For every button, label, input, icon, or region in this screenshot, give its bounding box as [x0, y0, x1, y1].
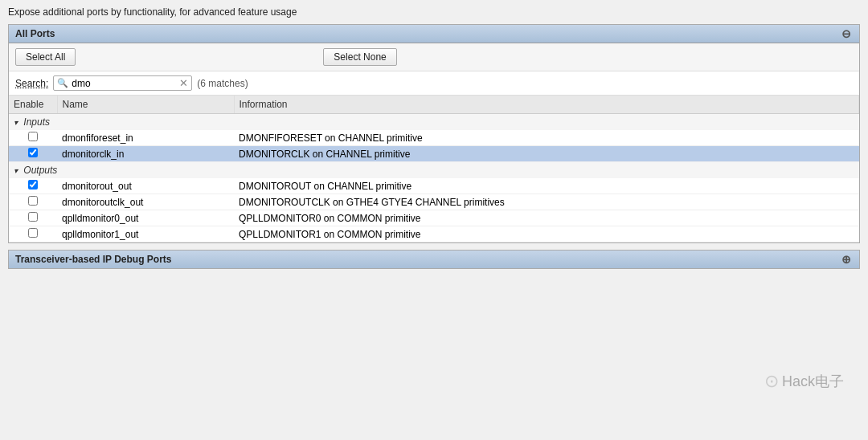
- all-ports-header: All Ports ⊖: [9, 25, 859, 43]
- enable-cell: [9, 130, 57, 146]
- table-row[interactable]: dmonitorout_outDMONITOROUT on CHANNEL pr…: [9, 178, 859, 194]
- enable-cell: [9, 210, 57, 226]
- bottom-panel: Transceiver-based IP Debug Ports ⊕: [8, 250, 860, 269]
- enable-cell: [9, 226, 57, 242]
- table-row[interactable]: dmonfiforeset_inDMONFIFORESET on CHANNEL…: [9, 130, 859, 146]
- collapse-icon[interactable]: ⊖: [841, 28, 853, 39]
- group-row-outputs: ▾ Outputs: [9, 162, 859, 179]
- chevron-icon: ▾: [14, 118, 18, 127]
- name-cell: qplldmonitor1_out: [57, 226, 234, 242]
- enable-checkbox[interactable]: [28, 180, 38, 189]
- watermark: ⊙ Hack电子: [764, 371, 844, 392]
- all-ports-panel: All Ports ⊖ Select All Select None Searc…: [8, 24, 860, 243]
- enable-checkbox[interactable]: [28, 212, 38, 222]
- all-ports-title: All Ports: [15, 28, 55, 39]
- top-description: Expose additional ports by functionality…: [0, 0, 868, 24]
- info-cell: QPLLDMONITOR1 on COMMON primitive: [234, 226, 859, 242]
- table-row[interactable]: qplldmonitor0_outQPLLDMONITOR0 on COMMON…: [9, 210, 859, 226]
- search-clear-icon[interactable]: ✕: [179, 77, 188, 89]
- enable-checkbox[interactable]: [28, 148, 38, 157]
- info-cell: DMONFIFORESET on CHANNEL primitive: [234, 130, 859, 146]
- name-cell: qplldmonitor0_out: [57, 210, 234, 226]
- bottom-panel-header: Transceiver-based IP Debug Ports ⊕: [9, 251, 859, 268]
- table-row[interactable]: qplldmonitor1_outQPLLDMONITOR1 on COMMON…: [9, 226, 859, 242]
- enable-checkbox[interactable]: [28, 228, 38, 238]
- search-label: Search:: [15, 78, 48, 89]
- bottom-collapse-icon[interactable]: ⊕: [841, 254, 853, 265]
- name-cell: dmonitorout_out: [57, 178, 234, 194]
- name-cell: dmonitorclk_in: [57, 146, 234, 162]
- col-header-name: Name: [57, 96, 234, 114]
- table-row[interactable]: dmonitorclk_inDMONITORCLK on CHANNEL pri…: [9, 146, 859, 162]
- col-header-enable: Enable: [9, 96, 57, 114]
- enable-cell: [9, 178, 57, 194]
- select-none-button[interactable]: Select None: [323, 48, 396, 66]
- search-input[interactable]: [72, 78, 176, 89]
- table-header-row: Enable Name Information: [9, 96, 859, 114]
- group-row-inputs: ▾ Inputs: [9, 114, 859, 131]
- info-cell: DMONITOROUT on CHANNEL primitive: [234, 178, 859, 194]
- col-header-info: Information: [234, 96, 859, 114]
- watermark-text: Hack电子: [782, 372, 844, 391]
- table-container: Enable Name Information ▾ Inputsdmonfifo…: [9, 96, 859, 242]
- search-icon: 🔍: [57, 78, 68, 88]
- info-cell: DMONITORCLK on CHANNEL primitive: [234, 146, 859, 162]
- table-row[interactable]: dmonitoroutclk_outDMONITOROUTCLK on GTHE…: [9, 194, 859, 210]
- select-all-button[interactable]: Select All: [15, 48, 76, 66]
- name-cell: dmonfiforeset_in: [57, 130, 234, 146]
- enable-checkbox[interactable]: [28, 132, 38, 141]
- name-cell: dmonitoroutclk_out: [57, 194, 234, 210]
- search-row: Search: 🔍 ✕ (6 matches): [9, 71, 859, 96]
- panel-toolbar: Select All Select None: [9, 43, 859, 71]
- enable-cell: [9, 194, 57, 210]
- search-matches: (6 matches): [197, 78, 248, 89]
- info-cell: QPLLDMONITOR0 on COMMON primitive: [234, 210, 859, 226]
- watermark-icon: ⊙: [764, 371, 779, 392]
- enable-cell: [9, 146, 57, 162]
- search-input-wrapper: 🔍 ✕: [53, 75, 192, 91]
- info-cell: DMONITOROUTCLK on GTHE4 GTYE4 CHANNEL pr…: [234, 194, 859, 210]
- chevron-icon: ▾: [14, 166, 18, 175]
- bottom-panel-title: Transceiver-based IP Debug Ports: [15, 254, 172, 265]
- enable-checkbox[interactable]: [28, 196, 38, 206]
